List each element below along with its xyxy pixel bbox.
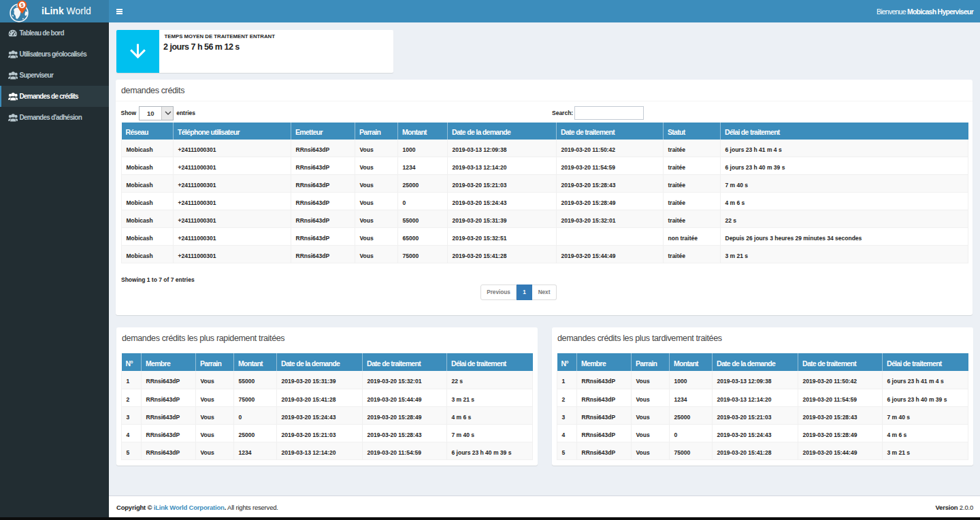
svg-text:$: $ bbox=[20, 2, 24, 8]
